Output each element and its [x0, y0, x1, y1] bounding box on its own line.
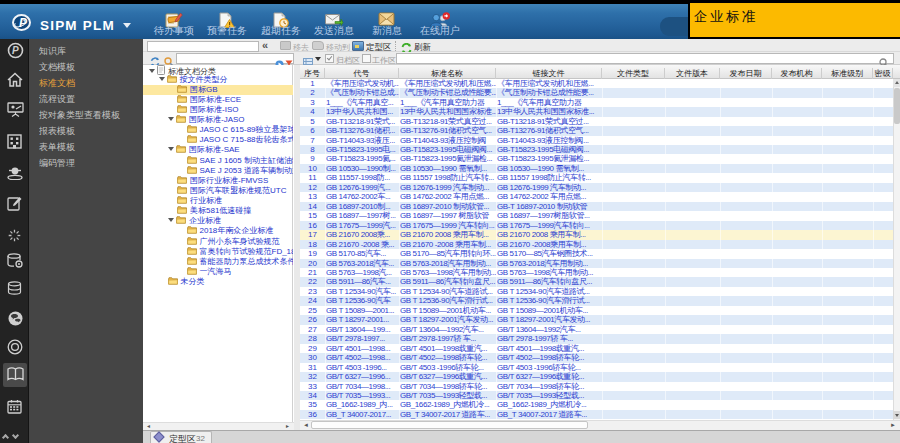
- svg-text:P: P: [12, 45, 19, 56]
